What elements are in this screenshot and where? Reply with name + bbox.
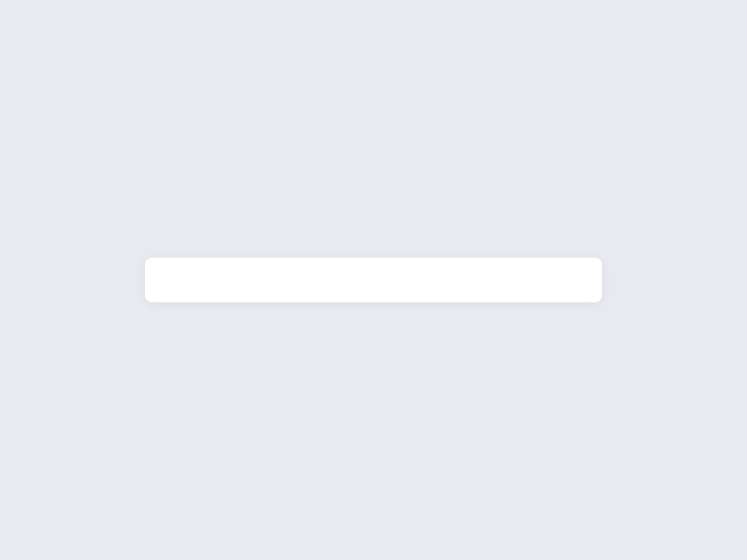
main-card	[145, 258, 602, 302]
